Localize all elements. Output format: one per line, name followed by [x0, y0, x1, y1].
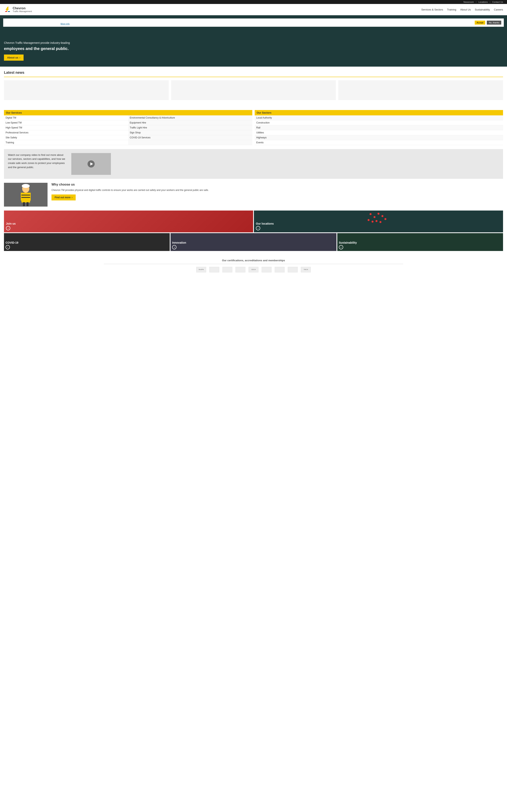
services-sectors-section: Our Services Digital TM Environmental Co…	[0, 108, 507, 149]
nav-services[interactable]: Services & Sectors	[421, 8, 443, 11]
svg-point-22	[380, 221, 382, 223]
cert-logo-1	[209, 267, 219, 272]
svg-point-7	[22, 184, 30, 188]
news-divider	[4, 77, 503, 77]
our-locations-cell[interactable]: Our locations ›	[254, 210, 503, 232]
sustainability-arrow: ›	[339, 245, 343, 249]
cookie-buttons: Accept No, thanks	[475, 20, 501, 24]
find-out-more-button[interactable]: Find out more ›	[52, 195, 76, 200]
hero-highlight: employees and the general public.	[4, 46, 69, 51]
svg-point-17	[378, 213, 380, 215]
topbar-locations[interactable]: Locations	[478, 1, 488, 3]
brand-subtitle: Traffic Management	[13, 10, 32, 12]
promo-grid-bottom: COVID-19 › Innovation › Sustainability ›	[4, 233, 503, 251]
table-row[interactable]: Training	[4, 140, 252, 145]
logo[interactable]: Chevron Traffic Management	[4, 6, 32, 13]
logo-icon	[4, 6, 11, 13]
svg-point-15	[370, 213, 372, 215]
table-row[interactable]: Low-Speed TM Equipment Hire	[4, 120, 252, 125]
nav-careers[interactable]: Careers	[494, 8, 503, 11]
sector-row-events[interactable]: Events	[255, 140, 503, 145]
svg-point-16	[374, 216, 376, 218]
svg-point-20	[376, 220, 378, 222]
sep1: |	[476, 1, 476, 3]
about-us-button[interactable]: About us ›	[4, 54, 23, 61]
table-row[interactable]: Digital TM Environmental Consultancy & A…	[4, 115, 252, 120]
hero-section: We use cookies on this site to enhance y…	[0, 15, 507, 67]
svg-rect-10	[29, 193, 31, 201]
latest-news-section: Latest news	[0, 67, 507, 108]
svg-rect-1	[5, 11, 7, 12]
sector-row-utilities[interactable]: Utilities	[255, 130, 503, 135]
cookie-no-thanks-button[interactable]: No, thanks	[487, 20, 501, 24]
covid-arrow: ›	[6, 245, 10, 249]
cert-logo-4	[262, 267, 272, 272]
covid-cell[interactable]: COVID-19 ›	[4, 233, 170, 251]
nav-training[interactable]: Training	[447, 8, 456, 11]
cert-logo-5	[275, 267, 285, 272]
sustainability-label: Sustainability ›	[339, 241, 357, 249]
promo-grid: Join us › Our locations ›	[4, 210, 503, 251]
play-icon	[87, 160, 95, 168]
why-choose-description: Chevron TM provides physical and digital…	[52, 188, 503, 192]
svg-rect-14	[26, 202, 29, 206]
news-card-2[interactable]	[171, 80, 336, 100]
svg-rect-2	[8, 11, 10, 12]
cookie-more-info[interactable]: More info	[61, 22, 70, 25]
join-us-cell[interactable]: Join us ›	[4, 210, 253, 232]
svg-rect-13	[23, 202, 25, 206]
innovation-arrow: ›	[172, 245, 176, 249]
why-choose-section: Why choose us Chevron TM provides physic…	[4, 183, 503, 207]
cert-divider	[104, 264, 403, 264]
table-row[interactable]: High-Speed TM Traffic Light Hire	[4, 125, 252, 130]
cert-logo-tmca: TMCA	[301, 267, 311, 272]
svg-rect-9	[21, 193, 23, 201]
cookie-accept-button[interactable]: Accept	[475, 20, 486, 24]
services-table: Our Services Digital TM Environmental Co…	[4, 110, 252, 145]
nav-about[interactable]: About Us	[460, 8, 471, 11]
news-grid	[4, 80, 503, 104]
join-us-label: Join us ›	[6, 222, 16, 231]
topbar-newsroom[interactable]: Newsroom	[463, 1, 474, 3]
why-choose-content: Why choose us Chevron TM provides physic…	[52, 183, 503, 200]
covid-label: COVID-19 ›	[6, 241, 18, 249]
cert-logos: RoSPA CECA TMCA	[4, 267, 503, 272]
sectors-table: Our Sectors Local Authority Construction…	[255, 110, 503, 145]
svg-point-23	[368, 219, 370, 221]
map-pins-decoration	[367, 212, 390, 224]
cookie-text: We use cookies on this site to enhance y…	[6, 20, 475, 25]
latest-news-title: Latest news	[4, 70, 503, 75]
table-row[interactable]: Professional Services Sign Shop	[4, 130, 252, 135]
our-locations-label: Our locations ›	[256, 222, 274, 231]
news-card-3[interactable]	[338, 80, 503, 100]
worker-image	[4, 183, 48, 207]
topbar-contact[interactable]: Contact Us	[492, 1, 503, 3]
sector-row-highways[interactable]: Highways	[255, 135, 503, 140]
sector-row-construction[interactable]: Construction	[255, 120, 503, 125]
svg-point-19	[384, 218, 386, 220]
nav-sustainability[interactable]: Sustainability	[475, 8, 490, 11]
video-text: Watch our company video to find out more…	[8, 153, 67, 169]
table-row[interactable]: Site Safety COVID-19 Services	[4, 135, 252, 140]
sep2: |	[490, 1, 490, 3]
cert-logo-rospa: RoSPA	[196, 267, 206, 272]
sustainability-cell[interactable]: Sustainability ›	[337, 233, 503, 251]
svg-point-21	[372, 221, 374, 222]
hero-headline: Chevron Traffic Management provide indus…	[4, 41, 83, 51]
cookie-banner: We use cookies on this site to enhance y…	[3, 18, 504, 27]
video-placeholder[interactable]	[71, 153, 111, 175]
cert-logo-6	[288, 267, 298, 272]
arrow-right-icon: ›	[19, 56, 20, 59]
sector-row-local-authority[interactable]: Local Authority	[255, 115, 503, 120]
svg-rect-11	[21, 195, 30, 196]
svg-rect-12	[21, 197, 30, 198]
sector-row-rail[interactable]: Rail	[255, 125, 503, 130]
certifications-section: Our certifications, accreditations and m…	[0, 255, 507, 276]
news-card-1[interactable]	[4, 80, 169, 100]
cert-logo-2	[222, 267, 232, 272]
svg-point-18	[382, 215, 383, 217]
arrow-icon: ›	[72, 196, 72, 199]
innovation-cell[interactable]: Innovation ›	[171, 233, 336, 251]
cert-logo-3	[235, 267, 245, 272]
our-locations-arrow: ›	[256, 226, 260, 231]
